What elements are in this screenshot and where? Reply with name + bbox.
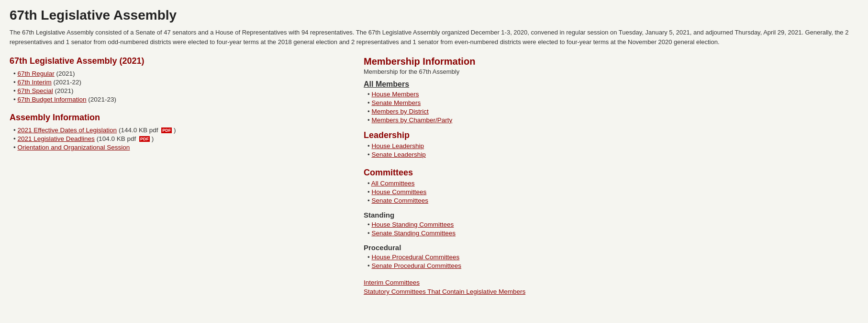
link-suffix: (2021) xyxy=(56,70,75,77)
assembly-section: 67th Legislative Assembly (2021) 67th Re… xyxy=(10,56,345,103)
link-suffix-close: ) xyxy=(174,127,176,134)
list-item: Senate Leadership xyxy=(367,151,545,158)
list-item: 67th Interim (2021-22) xyxy=(13,79,345,86)
legislative-deadlines-link[interactable]: 2021 Legislative Deadlines xyxy=(17,135,94,142)
pdf-icon: PDF xyxy=(139,136,150,142)
leadership-heading: Leadership xyxy=(364,130,545,140)
senate-committees-link[interactable]: Senate Committees xyxy=(371,197,428,204)
committees-main-list: All Committees House Committees Senate C… xyxy=(367,180,545,204)
list-item: 2021 Legislative Deadlines (104.0 KB pdf… xyxy=(13,135,345,142)
67th-budget-link[interactable]: 67th Budget Information xyxy=(17,96,86,103)
house-leadership-link[interactable]: House Leadership xyxy=(371,142,424,150)
interim-committees-link[interactable]: Interim Committees xyxy=(364,279,545,286)
house-standing-link[interactable]: House Standing Committees xyxy=(371,221,454,228)
assembly-info-section: Assembly Information 2021 Effective Date… xyxy=(10,113,345,151)
list-item: 67th Budget Information (2021-23) xyxy=(13,96,345,103)
committees-heading: Committees xyxy=(364,168,545,178)
senate-members-link[interactable]: Senate Members xyxy=(371,99,421,106)
membership-subtitle: Membership for the 67th Assembly xyxy=(364,68,545,75)
67th-regular-link[interactable]: 67th Regular xyxy=(17,70,54,77)
list-item: Orientation and Organizational Session xyxy=(13,144,345,151)
link-suffix: (104.0 KB pdf xyxy=(97,135,138,142)
list-item: Senate Members xyxy=(367,99,545,106)
pdf-icon: PDF xyxy=(161,127,172,133)
procedural-list: House Procedural Committees Senate Proce… xyxy=(367,254,545,269)
list-item: Members by District xyxy=(367,108,545,115)
list-item: Senate Committees xyxy=(367,197,545,204)
list-item: 67th Special (2021) xyxy=(13,87,345,94)
list-item: 2021 Effective Dates of Legislation (144… xyxy=(13,127,345,134)
standing-heading: Standing xyxy=(364,211,545,219)
assembly-info-links-list: 2021 Effective Dates of Legislation (144… xyxy=(13,127,345,151)
intro-paragraph: The 67th Legislative Assembly consisted … xyxy=(10,28,858,46)
bottom-links-section: Interim Committees Statutory Committees … xyxy=(364,279,545,295)
leadership-list: House Leadership Senate Leadership xyxy=(367,142,545,158)
all-members-list: House Members Senate Members Members by … xyxy=(367,91,545,124)
members-by-district-link[interactable]: Members by District xyxy=(371,108,428,115)
list-item: 67th Regular (2021) xyxy=(13,70,345,77)
assembly-links-list: 67th Regular (2021) 67th Interim (2021-2… xyxy=(13,70,345,103)
committees-section: Committees All Committees House Committe… xyxy=(364,168,545,269)
list-item: Senate Procedural Committees xyxy=(367,262,545,269)
67th-interim-link[interactable]: 67th Interim xyxy=(17,79,51,86)
all-members-heading: All Members xyxy=(364,80,545,89)
list-item: House Leadership xyxy=(367,142,545,150)
standing-list: House Standing Committees Senate Standin… xyxy=(367,221,545,237)
link-suffix-close: ) xyxy=(152,135,154,142)
left-column: 67th Legislative Assembly (2021) 67th Re… xyxy=(10,56,345,305)
right-column: Membership Information Membership for th… xyxy=(364,56,545,305)
assembly-info-title: Assembly Information xyxy=(10,113,345,123)
link-suffix: (144.0 KB pdf xyxy=(119,127,160,134)
house-committees-link[interactable]: House Committees xyxy=(371,188,426,196)
house-procedural-link[interactable]: House Procedural Committees xyxy=(371,254,459,261)
link-suffix: (2021-23) xyxy=(88,96,116,103)
link-suffix: (2021) xyxy=(55,87,74,94)
list-item: House Procedural Committees xyxy=(367,254,545,261)
members-by-chamber-link[interactable]: Members by Chamber/Party xyxy=(371,116,452,124)
list-item: Senate Standing Committees xyxy=(367,230,545,237)
effective-dates-link[interactable]: 2021 Effective Dates of Legislation xyxy=(17,127,117,134)
membership-section: Membership Information Membership for th… xyxy=(364,56,545,158)
senate-leadership-link[interactable]: Senate Leadership xyxy=(371,151,425,158)
orientation-link[interactable]: Orientation and Organizational Session xyxy=(17,144,130,151)
assembly-section-title: 67th Legislative Assembly (2021) xyxy=(10,56,345,66)
senate-procedural-link[interactable]: Senate Procedural Committees xyxy=(371,262,461,269)
procedural-heading: Procedural xyxy=(364,243,545,252)
67th-special-link[interactable]: 67th Special xyxy=(17,87,53,94)
main-layout: 67th Legislative Assembly (2021) 67th Re… xyxy=(10,56,858,305)
list-item: All Committees xyxy=(367,180,545,187)
list-item: House Standing Committees xyxy=(367,221,545,228)
list-item: House Members xyxy=(367,91,545,98)
statutory-committees-link[interactable]: Statutory Committees That Contain Legisl… xyxy=(364,288,545,295)
page-title: 67th Legislative Assembly xyxy=(10,8,858,23)
membership-title: Membership Information xyxy=(364,56,545,67)
link-suffix: (2021-22) xyxy=(54,79,82,86)
all-committees-link[interactable]: All Committees xyxy=(371,180,415,187)
house-members-link[interactable]: House Members xyxy=(371,91,419,98)
list-item: Members by Chamber/Party xyxy=(367,116,545,124)
list-item: House Committees xyxy=(367,188,545,196)
senate-standing-link[interactable]: Senate Standing Committees xyxy=(371,230,456,237)
